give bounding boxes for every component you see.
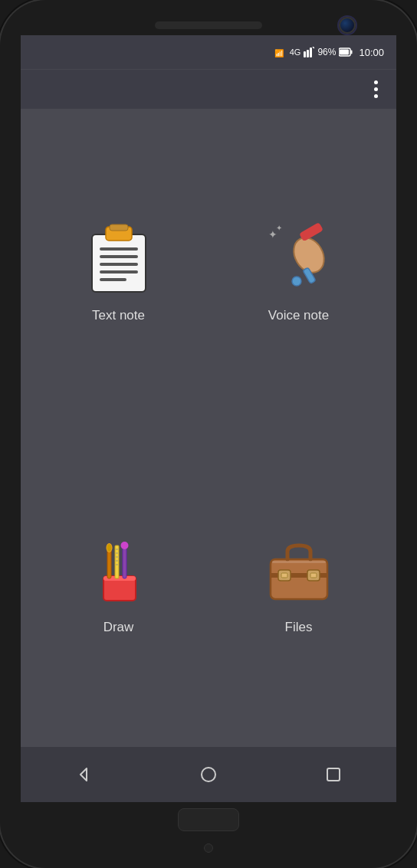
battery-percent: 96% — [317, 47, 336, 57]
svg-rect-12 — [100, 255, 138, 258]
toolbar — [21, 69, 396, 109]
signal-text: 4G — [290, 47, 301, 57]
svg-rect-13 — [100, 263, 138, 266]
home-icon — [199, 765, 218, 784]
voice-note-label: Voice note — [268, 308, 329, 323]
main-content: Text note ✦ ✦ — [21, 109, 396, 747]
draw-label: Draw — [103, 620, 134, 635]
signal-bars-icon — [304, 47, 314, 57]
overflow-menu-button[interactable] — [368, 74, 384, 104]
svg-marker-42 — [80, 768, 87, 781]
svg-rect-32 — [123, 548, 126, 578]
svg-point-21 — [292, 277, 301, 286]
recent-icon — [324, 765, 343, 784]
svg-rect-7 — [351, 51, 353, 54]
recent-button[interactable] — [314, 755, 353, 794]
voice-note-icon-container: ✦ ✦ — [261, 221, 337, 297]
svg-rect-10 — [110, 224, 128, 231]
svg-rect-11 — [100, 247, 138, 251]
svg-rect-38 — [281, 573, 287, 578]
files-icon-container — [261, 532, 337, 609]
svg-rect-1 — [304, 51, 306, 57]
svg-rect-24 — [107, 549, 111, 578]
svg-point-33 — [120, 542, 128, 549]
phone-screen: 📶 4G 96% 10:00 — [21, 35, 396, 802]
voice-note-item[interactable]: ✦ ✦ Voice note — [216, 124, 381, 421]
svg-rect-41 — [272, 561, 326, 563]
text-note-item[interactable]: Text note — [36, 124, 201, 421]
phone-home-button — [178, 808, 239, 831]
phone-signal-icon: 📶 — [274, 47, 287, 57]
back-icon — [74, 765, 93, 784]
status-icons: 📶 4G 96% 10:00 — [274, 47, 384, 58]
phone-bottom — [178, 802, 239, 868]
svg-text:📶: 📶 — [274, 48, 284, 57]
svg-rect-40 — [310, 573, 317, 578]
svg-rect-6 — [340, 50, 349, 55]
phone-dot — [204, 843, 213, 853]
svg-rect-2 — [307, 50, 309, 57]
draw-icon — [84, 534, 153, 607]
files-label: Files — [285, 620, 313, 635]
draw-item[interactable]: Draw — [36, 436, 201, 732]
home-button[interactable] — [189, 755, 228, 794]
back-button[interactable] — [64, 755, 103, 794]
text-note-icon-container — [80, 221, 157, 297]
battery-icon — [339, 47, 353, 57]
svg-line-4 — [313, 47, 314, 48]
microphone-icon: ✦ ✦ — [264, 223, 333, 296]
clipboard-icon — [84, 223, 153, 296]
dot2 — [374, 87, 378, 91]
dot1 — [374, 80, 378, 84]
phone-frame: 📶 4G 96% 10:00 — [0, 0, 417, 868]
svg-rect-15 — [100, 278, 126, 281]
text-note-label: Text note — [92, 308, 145, 323]
files-item[interactable]: Files — [216, 436, 381, 732]
briefcase-icon — [264, 536, 333, 605]
time-display: 10:00 — [359, 47, 384, 58]
svg-rect-26 — [115, 545, 119, 578]
svg-rect-14 — [100, 270, 138, 274]
svg-rect-44 — [327, 768, 340, 781]
nav-bar — [21, 747, 396, 802]
draw-icon-container — [80, 532, 157, 609]
svg-text:✦: ✦ — [276, 224, 282, 232]
svg-point-34 — [107, 544, 111, 552]
svg-point-43 — [202, 768, 215, 781]
phone-camera — [339, 17, 356, 34]
svg-rect-3 — [310, 47, 312, 57]
dot3 — [374, 94, 378, 98]
phone-speaker — [155, 21, 262, 29]
status-bar: 📶 4G 96% 10:00 — [21, 35, 396, 69]
